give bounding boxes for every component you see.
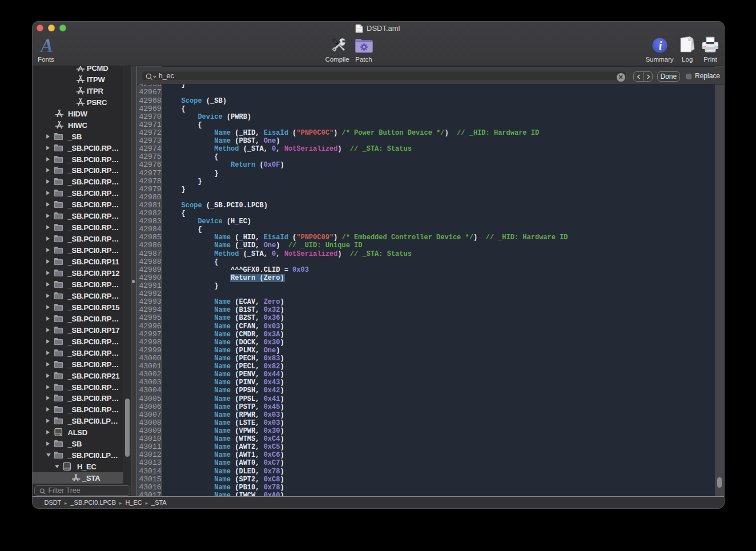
svg-text:i: i [659, 39, 662, 52]
